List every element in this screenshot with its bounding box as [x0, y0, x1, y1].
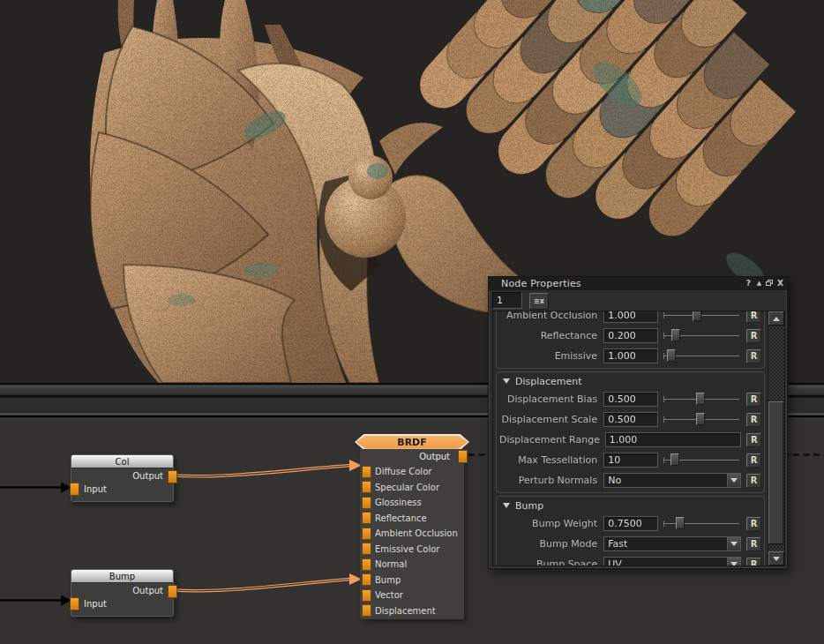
- input-connector[interactable]: [362, 497, 371, 509]
- chevron-down-icon[interactable]: [727, 558, 740, 565]
- input-connector[interactable]: [362, 558, 371, 571]
- scroll-up-icon[interactable]: [768, 311, 784, 326]
- emissive-slider[interactable]: [662, 348, 741, 363]
- brdf-input-row: Displacement: [360, 603, 464, 619]
- brdf-input-row: Glossiness: [360, 495, 464, 511]
- property-row-bump-space: Bump Space UV R: [497, 554, 764, 565]
- property-label: Ambient Occlusion: [499, 311, 603, 321]
- property-row-bump-weight: Bump Weight 0.7500 R: [497, 513, 764, 534]
- property-row-reflectance: Reflectance 0.200 R: [497, 326, 764, 346]
- input-connector[interactable]: [362, 604, 371, 617]
- panel-title: Node Properties: [501, 278, 581, 289]
- input-connector[interactable]: [362, 512, 371, 524]
- property-row-displacement-bias: Displacement Bias 0.500 R: [497, 389, 764, 409]
- input-connector[interactable]: [362, 573, 371, 586]
- node-col[interactable]: Col Output Input: [71, 454, 174, 502]
- bump-section-header[interactable]: Bump: [497, 498, 764, 513]
- collapse-icon[interactable]: ▲: [754, 278, 764, 288]
- node-bump[interactable]: Bump Output Input: [71, 569, 174, 617]
- displacement-group: Displacement Displacement Bias 0.500 R D…: [496, 371, 765, 493]
- restore-window-icon[interactable]: [765, 278, 775, 288]
- output-connector[interactable]: [458, 450, 468, 463]
- max-tessellation-field[interactable]: 10: [603, 453, 658, 468]
- property-row-ambient-occlusion: Ambient Occlusion 1.000 R: [497, 311, 764, 326]
- scrollbar-track[interactable]: [768, 326, 784, 551]
- displacement-range-field[interactable]: 1.000: [605, 432, 742, 447]
- property-label: Displacement Range: [499, 434, 605, 446]
- input-connector[interactable]: [70, 597, 79, 610]
- property-row-bump-mode: Bump Mode Fast R: [497, 534, 764, 554]
- bump-space-dropdown[interactable]: UV: [603, 557, 741, 565]
- output-connector[interactable]: [168, 585, 177, 598]
- brdf-input-row: Reflectance: [360, 511, 464, 527]
- reset-button[interactable]: R: [746, 349, 761, 363]
- section-label: Bump: [515, 500, 543, 512]
- chevron-down-icon[interactable]: [727, 474, 740, 487]
- chevron-down-icon[interactable]: [727, 537, 740, 550]
- reset-button[interactable]: R: [746, 558, 761, 566]
- reflectance-field[interactable]: 0.200: [603, 328, 658, 343]
- brdf-input-row: Ambient Occlusion: [360, 526, 464, 542]
- property-label: Displacement Scale: [499, 414, 603, 425]
- close-icon[interactable]: X: [775, 278, 785, 288]
- node-properties-panel: Node Properties ? ▲ X ≡x Ambient Occlusi…: [488, 276, 788, 569]
- reset-button[interactable]: R: [746, 537, 761, 551]
- displacement-bias-field[interactable]: 0.500: [603, 392, 658, 407]
- displacement-section-header[interactable]: Displacement: [497, 373, 764, 389]
- bump-mode-dropdown[interactable]: Fast: [603, 536, 741, 551]
- input-connector[interactable]: [70, 483, 79, 496]
- ambient-occlusion-slider[interactable]: [662, 311, 741, 323]
- panel-titlebar[interactable]: Node Properties ? ▲ X: [489, 277, 787, 290]
- reset-button[interactable]: R: [746, 453, 761, 468]
- node-col-title[interactable]: Col: [71, 455, 173, 468]
- reset-button[interactable]: R: [746, 517, 761, 531]
- node-brdf[interactable]: Output Diffuse Color Specular Color Glos…: [360, 449, 464, 619]
- help-icon[interactable]: ?: [744, 278, 753, 288]
- reset-button[interactable]: R: [746, 474, 761, 488]
- displacement-scale-field[interactable]: 0.500: [603, 412, 658, 427]
- input-connector[interactable]: [362, 528, 371, 540]
- panel-scrollbar[interactable]: [768, 311, 784, 565]
- connection-into-col-input[interactable]: [0, 483, 71, 493]
- input-connector[interactable]: [362, 543, 371, 555]
- reset-button[interactable]: R: [746, 311, 761, 323]
- node-brdf-header[interactable]: BRDF: [355, 434, 469, 450]
- shading-group: Ambient Occlusion 1.000 R Reflectance 0.…: [496, 311, 765, 369]
- reset-button[interactable]: R: [746, 329, 761, 343]
- input-connector[interactable]: [362, 466, 371, 478]
- brdf-input-row: Emissive Color: [360, 542, 464, 558]
- reset-button[interactable]: R: [746, 393, 761, 407]
- property-row-emissive: Emissive 1.000 R: [497, 346, 764, 366]
- reflectance-slider[interactable]: [662, 328, 741, 343]
- brdf-input-row: Specular Color: [360, 480, 464, 496]
- dropdown-value: UV: [608, 558, 622, 565]
- perturb-normals-dropdown[interactable]: No: [603, 473, 741, 488]
- displacement-scale-slider[interactable]: [662, 412, 741, 427]
- bump-weight-slider[interactable]: [662, 516, 741, 531]
- list-edit-icon[interactable]: ≡x: [529, 293, 549, 310]
- ambient-occlusion-field[interactable]: 1.000: [603, 311, 658, 323]
- connection-into-bump-input[interactable]: [0, 595, 71, 606]
- node-index-input[interactable]: [492, 292, 522, 309]
- reset-button[interactable]: R: [746, 413, 761, 427]
- output-connector[interactable]: [168, 470, 177, 483]
- port-label: Displacement: [375, 606, 436, 616]
- port-label: Diffuse Color: [375, 467, 431, 476]
- section-expanded-icon: [503, 378, 510, 384]
- property-label: Displacement Bias: [499, 393, 603, 405]
- scroll-down-icon[interactable]: [768, 551, 784, 565]
- input-connector[interactable]: [362, 481, 371, 493]
- bump-weight-field[interactable]: 0.7500: [603, 516, 658, 531]
- scrollbar-thumb[interactable]: [768, 401, 783, 544]
- application-window: Col Output Input Bump Output Input BRDF …: [0, 0, 824, 644]
- port-label: Glossiness: [375, 498, 422, 507]
- connection-bump-to-brdf-bump[interactable]: [174, 573, 362, 591]
- input-connector[interactable]: [362, 589, 371, 602]
- reset-button[interactable]: R: [746, 433, 761, 447]
- max-tessellation-slider[interactable]: [662, 453, 741, 468]
- connection-col-to-brdf-diffuse[interactable]: [174, 460, 362, 476]
- node-bump-title[interactable]: Bump: [71, 570, 173, 583]
- emissive-field[interactable]: 1.000: [603, 348, 658, 363]
- port-label: Normal: [375, 559, 407, 569]
- displacement-bias-slider[interactable]: [662, 392, 741, 407]
